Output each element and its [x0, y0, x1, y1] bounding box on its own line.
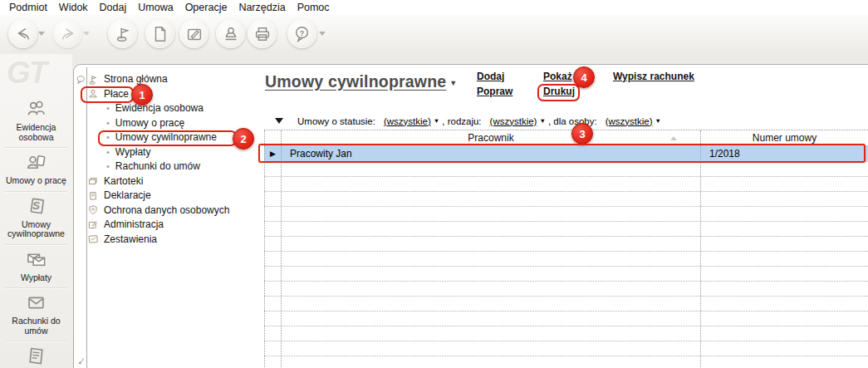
add-link[interactable]: Dodaj: [477, 70, 512, 85]
sidebar-item-wyplaty[interactable]: Wypłaty: [0, 244, 72, 288]
filter-status-label: Umowy o statusie:: [297, 116, 375, 126]
row-selector-cell: ▶: [264, 145, 282, 162]
menu-widok[interactable]: Widok: [53, 2, 94, 13]
sidebar-item-ewidencja-osobowa[interactable]: Ewidencja osobowa: [0, 94, 72, 147]
sidebar-item-umowy-cywilnoprawne[interactable]: Umowy cywilnoprawne: [0, 191, 72, 244]
invoice-envelope-icon: [25, 292, 47, 314]
tree-item-label: Rachunki do umów: [115, 159, 200, 174]
row-cell-numer-umowy: 1/2018: [701, 145, 868, 162]
navigation-tree: Strona główna Płace • Ewidencja osobowa …: [87, 72, 262, 247]
table-header-pracownik[interactable]: Pracownik: [282, 130, 701, 145]
row-selector-arrow-icon: ▶: [270, 150, 276, 158]
tree-item-label: Umowy cywilnoprawne: [115, 130, 217, 145]
table-row-empty: [264, 341, 868, 356]
tree-item-ewidencja-osobowa[interactable]: • Ewidencja osobowa: [87, 101, 262, 116]
collapse-arrow-icon[interactable]: [76, 356, 86, 366]
show-link[interactable]: Pokaż: [543, 70, 575, 85]
table-row-empty: [264, 207, 868, 222]
tax-declarations-icon: [25, 345, 47, 367]
table-header-selector: [264, 130, 282, 145]
filter-person-value[interactable]: (wszystkie): [606, 116, 653, 126]
pin-balloon-icon[interactable]: [76, 75, 86, 86]
person-contract-icon: [25, 151, 47, 174]
page-title: Umowy cywilnoprawne: [265, 72, 446, 91]
menu-umowa[interactable]: Umowa: [132, 2, 179, 13]
help-dropdown-caret-icon[interactable]: [319, 32, 326, 36]
filter-person-caret-icon[interactable]: ▼: [655, 117, 661, 125]
sidebar-item-deklaracje-skarbowe[interactable]: Deklaracje skarbowe: [0, 341, 72, 368]
table-row-selected[interactable]: ▶ Pracowity Jan 1/2018: [264, 145, 868, 162]
tree-item-umowy-o-prace[interactable]: • Umowy o pracę: [87, 116, 262, 131]
filter-status-value[interactable]: (wszystkie): [384, 116, 431, 126]
tree-item-deklaracje[interactable]: Deklaracje: [87, 189, 262, 204]
sort-ascending-icon: [670, 136, 677, 140]
tree-item-rachunki-do-umow[interactable]: • Rachunki do umów: [87, 159, 262, 174]
action-links-col1: Dodaj Popraw: [477, 70, 512, 99]
tree-item-zestawienia[interactable]: Zestawienia: [87, 233, 262, 248]
filter-type-value[interactable]: (wszystkie): [490, 116, 537, 126]
filter-caret-icon[interactable]: [275, 118, 283, 124]
reports-chart-icon: [87, 233, 99, 245]
menu-narzedzia[interactable]: Narzędzia: [233, 2, 291, 13]
gt-logo: GT: [0, 54, 72, 94]
tree-item-wyplaty[interactable]: • Wypłaty: [87, 145, 262, 160]
back-dropdown-caret-icon[interactable]: [38, 32, 45, 36]
issue-bill-link[interactable]: Wypisz rachunek: [613, 70, 694, 85]
filter-type-caret-icon[interactable]: ▼: [539, 117, 545, 125]
bullet-icon: •: [106, 101, 110, 116]
menu-podmiot[interactable]: Podmiot: [3, 2, 53, 13]
back-button[interactable]: [8, 19, 37, 48]
filter-status-caret-icon[interactable]: ▼: [434, 117, 439, 125]
forward-dropdown-caret-icon[interactable]: [83, 32, 90, 36]
bullet-icon: •: [106, 159, 110, 174]
main-panel: Strona główna Płace • Ewidencja osobowa …: [73, 64, 868, 368]
filter-bar: Umowy o statusie: (wszystkie) ▼ , rodzaj…: [264, 114, 661, 128]
table-header-numer-umowy[interactable]: Numer umowy: [701, 130, 868, 145]
edit-link[interactable]: Popraw: [477, 85, 512, 100]
people-icon: [25, 98, 47, 120]
table-empty-rows: [264, 162, 868, 368]
tree-item-administracja[interactable]: Administracja: [87, 218, 262, 233]
tree-item-label: Zestawienia: [104, 233, 157, 248]
help-button[interactable]: [287, 19, 316, 48]
sidebar-item-label: Rachunki do umów: [2, 316, 71, 336]
sidebar-item-umowy-o-prace[interactable]: Umowy o pracę: [0, 147, 72, 191]
filter-person-label: , dla osoby:: [548, 116, 597, 126]
sidebar-item-label: Umowy cywilnoprawne: [2, 220, 71, 239]
action-links-col3: Wypisz rachunek: [613, 70, 694, 85]
shield-icon: [87, 204, 99, 216]
person-icon: [87, 88, 99, 100]
table-row-empty: [264, 297, 868, 312]
page-title-dropdown[interactable]: Umowy cywilnoprawne▼: [265, 72, 457, 91]
toolbar: [0, 15, 868, 54]
tree-item-label: Kartoteki: [104, 174, 143, 189]
help-icon: [293, 25, 311, 43]
new-document-button[interactable]: [145, 19, 174, 48]
stamp-button[interactable]: [216, 19, 245, 48]
tree-item-ochrona-danych[interactable]: Ochrona danych osobowych: [87, 204, 262, 218]
menu-operacje[interactable]: Operacje: [179, 2, 233, 13]
bullet-icon: •: [106, 130, 110, 145]
table-row-empty: [264, 162, 868, 177]
sidebar-item-label: Umowy o pracę: [6, 176, 66, 186]
row-cell-pracownik: Pracowity Jan: [282, 145, 701, 162]
tree-item-strona-glowna[interactable]: Strona główna: [87, 72, 262, 87]
tree-item-umowy-cywilnoprawne[interactable]: • Umowy cywilnoprawne: [87, 130, 262, 145]
tree-item-place[interactable]: Płace: [87, 87, 262, 102]
table-row-empty: [264, 282, 868, 297]
sidebar-item-rachunki-do-umow[interactable]: Rachunki do umów: [0, 287, 72, 341]
tree-item-label: Ewidencja osobowa: [115, 101, 204, 116]
print-link[interactable]: Drukuj: [543, 85, 575, 100]
menu-pomoc[interactable]: Pomoc: [292, 2, 336, 13]
flag-button[interactable]: [108, 19, 137, 48]
filter-type-label: , rodzaju:: [442, 116, 481, 126]
stamp-icon: [222, 25, 240, 43]
module-sidebar: GT Ewidencja osobowa Umowy o pracę Umowy…: [0, 54, 72, 368]
tree-item-kartoteki[interactable]: Kartoteki: [87, 174, 262, 189]
print-button[interactable]: [248, 19, 277, 48]
edit-document-button[interactable]: [179, 19, 208, 48]
table-row-empty: [264, 267, 868, 282]
menu-dodaj[interactable]: Dodaj: [94, 2, 133, 13]
forward-button[interactable]: [53, 19, 82, 48]
table-row-empty: [264, 312, 868, 326]
